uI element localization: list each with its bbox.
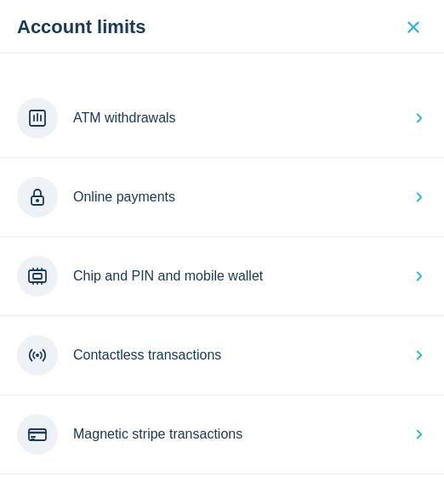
contactless-chevron [412,348,427,363]
svg-point-16 [36,354,39,357]
header: Account limits [0,0,444,54]
menu-list: ATM withdrawals Online payments [0,79,444,474]
top-spacer [0,54,444,79]
contactless-label: Contactless transactions [73,348,412,363]
contactless-icon [27,345,48,365]
chevron-right-icon [412,269,427,284]
card-icon [27,424,48,445]
online-icon-circle [17,177,58,218]
atm-icon [27,108,48,128]
chip-icon [27,266,48,286]
atm-icon-circle [17,98,58,139]
menu-item-contactless[interactable]: Contactless transactions [0,316,444,395]
svg-point-7 [37,200,38,201]
magnetic-icon-circle [17,414,58,455]
online-chevron [412,190,427,205]
menu-item-magnetic[interactable]: Magnetic stripe transactions [0,395,444,474]
chip-icon-circle [17,256,58,297]
contactless-icon-circle [17,335,58,376]
magnetic-chevron [412,427,427,442]
chip-chevron [412,269,427,284]
close-icon [404,18,423,37]
chevron-right-icon [412,348,427,363]
magnetic-label: Magnetic stripe transactions [73,427,412,442]
chevron-right-icon [412,110,427,126]
page-title: Account limits [17,16,146,38]
menu-item-chip[interactable]: Chip and PIN and mobile wallet [0,237,444,316]
svg-rect-9 [33,274,42,279]
atm-chevron [412,110,427,126]
svg-rect-8 [29,270,46,282]
lock-icon [27,187,48,207]
atm-label: ATM withdrawals [73,110,412,126]
menu-item-atm[interactable]: ATM withdrawals [0,79,444,158]
online-label: Online payments [73,190,412,205]
close-button[interactable] [400,14,427,41]
chevron-right-icon [412,190,427,205]
chip-label: Chip and PIN and mobile wallet [73,269,412,284]
menu-item-online[interactable]: Online payments [0,158,444,237]
chevron-right-icon [412,427,427,442]
